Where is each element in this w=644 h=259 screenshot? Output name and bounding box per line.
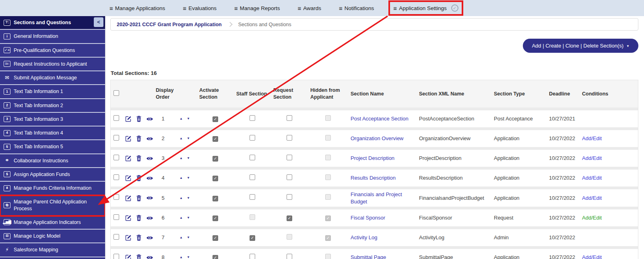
move-up-button[interactable]: ▲ xyxy=(180,256,183,259)
sidebar-item-salesforce-mapping[interactable]: ⚡Salesforce Mapping xyxy=(0,243,105,257)
activate-section-checkbox[interactable]: ✓ xyxy=(213,116,218,122)
edit-button[interactable] xyxy=(125,195,132,201)
section-name-link[interactable]: Fiscal Sponsor xyxy=(348,213,417,223)
conditions-add-edit-link[interactable]: Add/Edit xyxy=(580,252,638,259)
delete-button[interactable] xyxy=(136,234,142,241)
activate-section-checkbox[interactable]: ✓ xyxy=(213,176,218,181)
activate-section-checkbox[interactable]: ✓ xyxy=(213,235,218,241)
row-select-checkbox[interactable] xyxy=(114,174,119,180)
sidebar-item-submit-application-message[interactable]: ✉Submit Application Message xyxy=(0,71,105,85)
move-down-button[interactable]: ▼ xyxy=(187,117,190,120)
delete-button[interactable] xyxy=(136,155,142,162)
sidebar-item-text-tab-information-2[interactable]: 2Text Tab Information 2 xyxy=(0,99,105,113)
move-up-button[interactable]: ▲ xyxy=(180,197,183,200)
nav-item-manage-applications[interactable]: ≡Manage Applications xyxy=(109,5,165,11)
section-name-link[interactable]: Project Description xyxy=(348,153,417,164)
activate-section-checkbox[interactable]: ✓ xyxy=(213,196,218,201)
section-name-link[interactable]: Organization Overview xyxy=(348,133,417,144)
row-select-checkbox[interactable] xyxy=(114,254,119,259)
move-down-button[interactable]: ▼ xyxy=(187,137,190,140)
sidebar-item-text-tab-information-1[interactable]: 1Text Tab Information 1 xyxy=(0,85,105,99)
sidebar-item-text-tab-information-5[interactable]: 5Text Tab Information 5 xyxy=(0,140,105,154)
sidebar-item-manage-funds-criteria-information[interactable]: ⋔Manage Funds Criteria Information xyxy=(0,182,105,195)
delete-button[interactable] xyxy=(136,135,142,142)
sidebar-item-request-instructions-to-applicant[interactable]: i≡Request Instructions to Applicant xyxy=(0,58,105,71)
staff-section-checkbox[interactable] xyxy=(250,254,255,259)
conditions-add-edit-link[interactable]: Add/Edit xyxy=(580,133,638,144)
section-name-link[interactable]: Activity Log xyxy=(348,232,417,243)
sidebar-item-text-tab-information-3[interactable]: 3Text Tab Information 3 xyxy=(0,113,105,126)
move-up-button[interactable]: ▲ xyxy=(180,216,183,220)
section-name-link[interactable]: Submittal Page xyxy=(348,252,417,259)
staff-section-checkbox[interactable] xyxy=(250,194,255,200)
breadcrumb-root-link[interactable]: 2020-2021 CCCF Grant Program Application xyxy=(117,22,222,27)
delete-button[interactable] xyxy=(136,175,142,181)
sidebar-item-manage-application-indicators[interactable]: ▂▅▇Manage Application Indicators xyxy=(0,216,105,230)
move-up-button[interactable]: ▲ xyxy=(180,157,183,160)
move-down-button[interactable]: ▼ xyxy=(187,157,190,160)
preview-button[interactable] xyxy=(146,116,153,122)
conditions-add-edit-link[interactable]: Add/Edit xyxy=(580,153,638,164)
delete-button[interactable] xyxy=(136,116,142,122)
row-select-checkbox[interactable] xyxy=(114,155,119,160)
edit-button[interactable] xyxy=(125,215,132,221)
section-name-link[interactable]: Post Acceptance Section xyxy=(348,114,417,124)
move-up-button[interactable]: ▲ xyxy=(180,117,183,120)
activate-section-checkbox[interactable]: ✓ xyxy=(213,255,218,259)
preview-button[interactable] xyxy=(146,255,153,259)
request-section-checkbox[interactable]: ✓ xyxy=(287,215,292,221)
move-up-button[interactable]: ▲ xyxy=(180,137,183,140)
request-section-checkbox[interactable] xyxy=(287,174,292,180)
edit-button[interactable] xyxy=(125,135,132,142)
delete-button[interactable] xyxy=(136,195,142,201)
preview-button[interactable] xyxy=(146,195,153,201)
row-select-checkbox[interactable] xyxy=(114,115,119,121)
select-all-checkbox[interactable] xyxy=(114,90,119,96)
sidebar-item-general-information[interactable]: iGeneral Information xyxy=(0,30,105,44)
preview-button[interactable] xyxy=(146,136,153,141)
move-down-button[interactable]: ▼ xyxy=(187,216,190,220)
move-down-button[interactable]: ▼ xyxy=(187,176,190,180)
request-section-checkbox[interactable] xyxy=(287,194,292,200)
request-section-checkbox[interactable] xyxy=(287,254,292,259)
sidebar-item-sections-and-questions[interactable]: ?:Sections and Questions< xyxy=(0,16,105,30)
activate-section-checkbox[interactable]: ✓ xyxy=(213,215,218,221)
conditions-add-edit-link[interactable]: Add/Edit xyxy=(580,193,638,203)
request-section-checkbox[interactable] xyxy=(287,135,292,141)
move-up-button[interactable]: ▲ xyxy=(180,176,183,180)
preview-button[interactable] xyxy=(146,235,153,240)
move-up-button[interactable]: ▲ xyxy=(180,236,183,239)
activate-section-checkbox[interactable]: ✓ xyxy=(213,136,218,142)
preview-button[interactable] xyxy=(146,156,153,161)
conditions-add-edit-link[interactable]: Add/Edit xyxy=(580,173,638,183)
nav-item-notifications[interactable]: ≡Notifications xyxy=(339,5,374,11)
preview-button[interactable] xyxy=(146,215,153,221)
request-section-checkbox[interactable] xyxy=(287,115,292,121)
nav-item-application-settings[interactable]: ≡Application Settings✓ xyxy=(388,0,463,16)
sidebar-item-pre-qualification-questions[interactable]: ✓≡Pre-Qualification Questions xyxy=(0,44,105,58)
sidebar-collapse-button[interactable]: < xyxy=(94,17,103,27)
edit-button[interactable] xyxy=(125,155,132,162)
activate-section-checkbox[interactable]: ✓ xyxy=(213,156,218,162)
nav-item-awards[interactable]: ≡Awards xyxy=(298,5,322,11)
nav-item-evaluations[interactable]: ≡Evaluations xyxy=(183,5,217,11)
preview-button[interactable] xyxy=(146,176,153,181)
add-create-clone-delete-section-button[interactable]: Add | Create | Clone | Delete Section(s)… xyxy=(523,39,638,53)
sidebar-item-text-tab-information-4[interactable]: 4Text Tab Information 4 xyxy=(0,126,105,140)
section-name-link[interactable]: Financials and Project Budget xyxy=(348,189,417,207)
sidebar-item-manage-logic-model[interactable]: ⊞Manage Logic Model xyxy=(0,230,105,243)
edit-button[interactable] xyxy=(125,175,132,181)
delete-button[interactable] xyxy=(136,254,142,259)
edit-button[interactable] xyxy=(125,116,132,122)
move-down-button[interactable]: ▼ xyxy=(187,256,190,259)
staff-section-checkbox[interactable] xyxy=(250,155,255,160)
edit-button[interactable] xyxy=(125,234,132,241)
nav-item-manage-reports[interactable]: ≡Manage Reports xyxy=(234,5,280,11)
row-select-checkbox[interactable] xyxy=(114,234,119,240)
section-name-link[interactable]: Results Description xyxy=(348,173,417,183)
delete-button[interactable] xyxy=(136,215,142,221)
sidebar-item-assign-application-funds[interactable]: $Assign Application Funds xyxy=(0,168,105,182)
sidebar-item-manage-parent-child-application-process[interactable]: ⧉Manage Parent Child Application Process xyxy=(0,195,105,216)
conditions-add-edit-link[interactable]: Add/Edit xyxy=(580,213,638,223)
row-select-checkbox[interactable] xyxy=(114,214,119,220)
